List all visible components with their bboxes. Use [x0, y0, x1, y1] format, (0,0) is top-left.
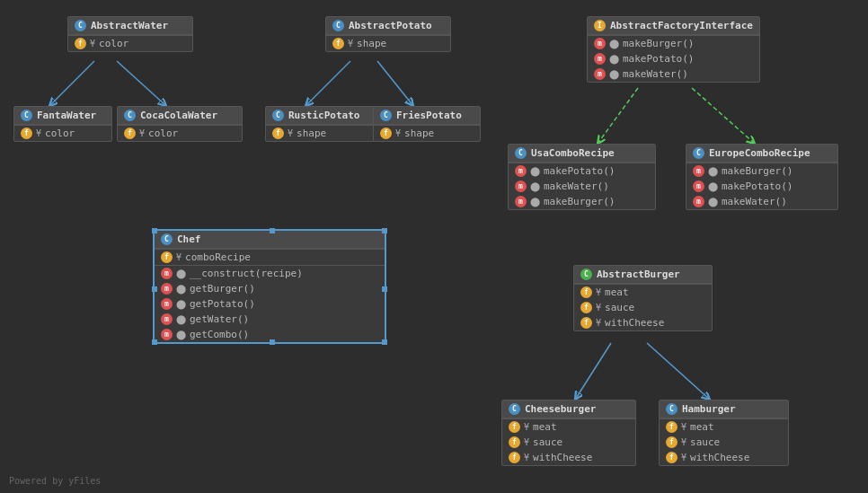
- svg-line-4: [598, 88, 638, 144]
- fantawater-title: C FantaWater: [14, 107, 111, 125]
- cb-field-0: f ¥ meat: [502, 418, 635, 435]
- afi-field-0: m ⬤ makeBurger(): [588, 35, 759, 51]
- hamburger-title: C Hamburger: [660, 401, 788, 418]
- box-abstractpotato[interactable]: C AbstractPotato f ¥ shape: [325, 16, 451, 52]
- abstractpotato-icon: C: [332, 20, 344, 31]
- svg-line-5: [692, 88, 755, 144]
- chef-field-4: m ⬤ getWater(): [155, 312, 385, 327]
- abstractwater-field-color: f ¥ color: [68, 35, 192, 51]
- diagram-canvas: C AbstractWater f ¥ color C AbstractPota…: [0, 0, 868, 493]
- abstractfactoryinterface-title: I AbstractFactoryInterface: [588, 17, 759, 35]
- fantawater-field-color: f ¥ color: [14, 125, 111, 141]
- ab-field-2: f ¥ withCheese: [574, 315, 712, 330]
- chef-title: C Chef: [155, 231, 385, 249]
- cocacolawater-title: C CocaColaWater: [118, 107, 242, 125]
- cocacolawater-field-color: f ¥ color: [118, 125, 242, 141]
- europe-field-1: m ⬤ makePotato(): [686, 179, 837, 194]
- rusticpotato-field-shape: f ¥ shape: [266, 125, 376, 141]
- box-fantawater[interactable]: C FantaWater f ¥ color: [13, 106, 112, 142]
- svg-line-7: [647, 343, 710, 400]
- box-chef[interactable]: C Chef f ¥ comboRecipe m ⬤ __construct(r…: [153, 229, 386, 344]
- box-europecomborecipe[interactable]: C EuropeComboRecipe m ⬤ makeBurger() m ⬤…: [686, 144, 838, 210]
- abstractpotato-title: C AbstractPotato: [326, 17, 450, 35]
- abstractfactoryinterface-icon: I: [594, 20, 606, 31]
- box-abstractburger[interactable]: C AbstractBurger f ¥ meat f ¥ sauce f ¥ …: [573, 265, 713, 331]
- cheeseburger-title: C Cheeseburger: [502, 401, 635, 418]
- europecomborecipe-title: C EuropeComboRecipe: [686, 145, 837, 163]
- afi-field-1: m ⬤ makePotato(): [588, 51, 759, 66]
- cb-field-2: f ¥ withCheese: [502, 450, 635, 465]
- usa-field-1: m ⬤ makeWater(): [509, 179, 655, 194]
- abstractwater-title: C AbstractWater: [68, 17, 192, 35]
- chef-field-2: m ⬤ getBurger(): [155, 281, 385, 296]
- box-abstractwater[interactable]: C AbstractWater f ¥ color: [67, 16, 193, 52]
- rusticpotato-title: C RusticPotato: [266, 107, 376, 125]
- svg-line-1: [117, 61, 166, 106]
- chef-field-1: m ⬤ __construct(recipe): [155, 265, 385, 281]
- cb-field-1: f ¥ sauce: [502, 435, 635, 450]
- svg-line-3: [377, 61, 413, 106]
- powered-by: Powered by yFiles: [9, 476, 101, 486]
- hb-field-1: f ¥ sauce: [660, 435, 788, 450]
- box-usacomborecipe[interactable]: C UsaComboRecipe m ⬤ makePotato() m ⬤ ma…: [508, 144, 656, 210]
- abstractburger-title: C AbstractBurger: [574, 266, 712, 284]
- chef-field-0: f ¥ comboRecipe: [155, 249, 385, 265]
- afi-field-2: m ⬤ makeWater(): [588, 66, 759, 82]
- box-hamburger[interactable]: C Hamburger f ¥ meat f ¥ sauce f ¥ withC…: [659, 400, 789, 466]
- hb-field-2: f ¥ withCheese: [660, 450, 788, 465]
- svg-line-0: [49, 61, 94, 106]
- abstractpotato-field-shape: f ¥ shape: [326, 35, 450, 51]
- ab-field-1: f ¥ sauce: [574, 300, 712, 315]
- europe-field-0: m ⬤ makeBurger(): [686, 163, 837, 179]
- usa-field-2: m ⬤ makeBurger(): [509, 194, 655, 209]
- box-cheeseburger[interactable]: C Cheeseburger f ¥ meat f ¥ sauce f ¥ wi…: [501, 400, 636, 466]
- box-friespotato[interactable]: C FriesPotato f ¥ shape: [373, 106, 481, 142]
- svg-line-6: [575, 343, 611, 400]
- box-rusticpotato[interactable]: C RusticPotato f ¥ shape: [265, 106, 377, 142]
- hb-field-0: f ¥ meat: [660, 418, 788, 435]
- friespotato-title: C FriesPotato: [374, 107, 480, 125]
- usacomborecipe-title: C UsaComboRecipe: [509, 145, 655, 163]
- usa-field-0: m ⬤ makePotato(): [509, 163, 655, 179]
- svg-line-2: [306, 61, 350, 106]
- friespotato-field-shape: f ¥ shape: [374, 125, 480, 141]
- chef-field-3: m ⬤ getPotato(): [155, 296, 385, 312]
- abstractwater-icon: C: [75, 20, 86, 31]
- box-cocacolawater[interactable]: C CocaColaWater f ¥ color: [117, 106, 243, 142]
- box-abstractfactoryinterface[interactable]: I AbstractFactoryInterface m ⬤ makeBurge…: [587, 16, 760, 83]
- europe-field-2: m ⬤ makeWater(): [686, 194, 837, 209]
- ab-field-0: f ¥ meat: [574, 284, 712, 300]
